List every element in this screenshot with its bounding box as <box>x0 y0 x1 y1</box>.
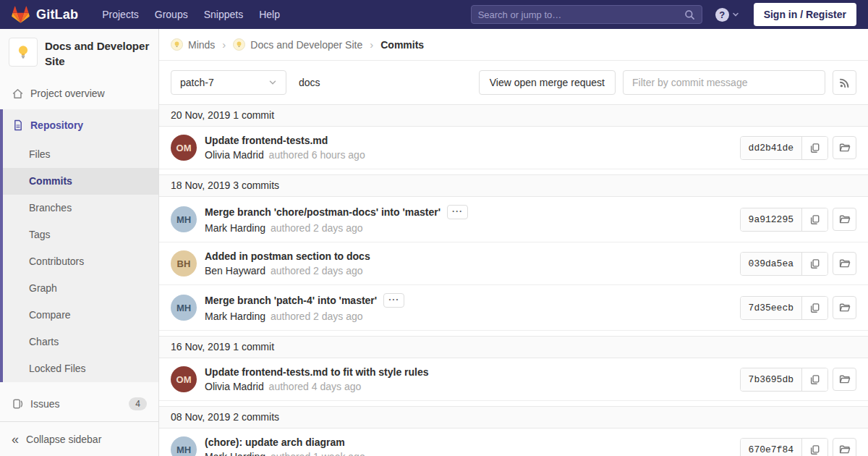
commit-group: 20 Nov, 20191 commit OM Update frontend-… <box>159 104 868 169</box>
browse-files-button[interactable] <box>833 252 856 275</box>
avatar-initials: MH <box>176 214 191 225</box>
sidebar-item-project-overview[interactable]: Project overview <box>0 77 158 109</box>
commit-sha-group: 670e7f84 <box>740 438 828 456</box>
project-title: Docs and Developer Site <box>45 38 150 69</box>
commit-date-header: 16 Nov, 20191 commit <box>159 336 868 358</box>
folder-icon <box>839 444 851 455</box>
browse-files-button[interactable] <box>833 368 856 391</box>
gitlab-home-link[interactable]: GitLab <box>12 6 78 24</box>
commit-actions: dd2b41de <box>740 136 856 160</box>
breadcrumb-avatar <box>171 38 183 51</box>
commit-sha-link[interactable]: 7d35eecb <box>741 297 801 319</box>
brand-name: GitLab <box>36 7 78 22</box>
sidebar-item-graph[interactable]: Graph <box>3 275 158 302</box>
copy-sha-button[interactable] <box>801 368 827 391</box>
collapse-sidebar-button[interactable]: « Collapse sidebar <box>0 421 158 456</box>
sidebar-item-commits[interactable]: Commits <box>3 168 158 195</box>
copy-sha-button[interactable] <box>801 137 827 159</box>
commit-author-link[interactable]: Olivia Madrid <box>205 381 264 392</box>
navbar-item-groups[interactable]: Groups <box>147 0 196 29</box>
author-avatar[interactable]: MH <box>171 206 197 232</box>
copy-sha-button[interactable] <box>801 208 827 231</box>
browse-files-button[interactable] <box>833 296 856 319</box>
avatar-initials: OM <box>176 143 192 153</box>
copy-sha-button[interactable] <box>801 439 827 456</box>
sidebar-item-tags[interactable]: Tags <box>3 221 158 248</box>
commit-sha-group: dd2b41de <box>740 136 828 160</box>
navbar-menu: ProjectsGroupsSnippetsHelp <box>94 0 288 29</box>
copy-sha-button[interactable] <box>801 297 827 319</box>
help-dropdown[interactable]: ? <box>715 8 739 22</box>
commit-sha-link[interactable]: 9a912295 <box>741 208 801 231</box>
document-icon <box>12 119 24 131</box>
author-avatar[interactable]: MH <box>171 295 197 321</box>
copy-sha-button[interactable] <box>801 253 827 275</box>
sign-in-register-button[interactable]: Sign in / Register <box>754 3 856 26</box>
folder-icon <box>839 258 851 269</box>
author-avatar[interactable]: OM <box>171 366 197 392</box>
copy-icon <box>809 214 820 225</box>
project-avatar <box>9 38 38 67</box>
commit-author-link[interactable]: Mark Harding <box>205 311 265 322</box>
commit-sha-link[interactable]: 039da5ea <box>741 253 801 275</box>
commit-title-link[interactable]: Merge branch 'patch-4' into 'master' <box>205 295 377 306</box>
navbar-item-snippets[interactable]: Snippets <box>196 0 251 29</box>
commit-author-link[interactable]: Olivia Madrid <box>205 149 264 161</box>
commit-author-link[interactable]: Mark Harding <box>205 451 265 456</box>
sidebar-item-issues[interactable]: Issues 4 <box>0 388 158 420</box>
lightbulb-icon <box>15 44 31 60</box>
commit-row: MH (chore): update arch diagram ··· Mark… <box>159 428 868 456</box>
commit-filter-input[interactable] <box>623 70 825 95</box>
commit-author-link[interactable]: Mark Harding <box>205 222 265 234</box>
commit-row: MH Merge branch 'patch-4' into 'master' … <box>159 285 868 331</box>
author-avatar[interactable]: BH <box>171 250 197 276</box>
commit-author-link[interactable]: Ben Hayward <box>205 265 265 276</box>
copy-icon <box>809 258 820 269</box>
commit-title-link[interactable]: Added in postman section to docs <box>205 250 370 262</box>
sidebar-item-charts[interactable]: Charts <box>3 329 158 355</box>
commit-description-toggle[interactable]: ··· <box>447 205 468 219</box>
commit-sha-group: 7d35eecb <box>740 296 828 320</box>
author-avatar[interactable]: OM <box>171 135 197 161</box>
sidebar-item-contributors[interactable]: Contributors <box>3 248 158 275</box>
global-search[interactable] <box>471 5 702 24</box>
commit-meta-text: authored 1 week ago <box>271 451 365 456</box>
navbar-item-help[interactable]: Help <box>251 0 288 29</box>
sidebar-item-branches[interactable]: Branches <box>3 195 158 221</box>
view-open-merge-request-button[interactable]: View open merge request <box>479 70 616 95</box>
sidebar-item-files[interactable]: Files <box>3 141 158 168</box>
commit-group: 08 Nov, 20192 commits MH (chore): update… <box>159 406 868 456</box>
commits-feed-button[interactable] <box>833 70 856 95</box>
commit-row: MH Merge branch 'chore/postman-docs' int… <box>159 197 868 242</box>
breadcrumb-link[interactable]: Minds <box>188 39 215 51</box>
commit-title-link[interactable]: (chore): update arch diagram <box>205 436 345 448</box>
sidebar-item-compare[interactable]: Compare <box>3 302 158 329</box>
search-input[interactable] <box>478 9 684 20</box>
breadcrumb-link[interactable]: Docs and Developer Site <box>250 39 362 51</box>
commit-sha-link[interactable]: 7b3695db <box>741 368 801 391</box>
commit-title-link[interactable]: Update frontend-tests.md to fit with sty… <box>205 366 429 378</box>
browse-files-button[interactable] <box>833 208 856 231</box>
sidebar-item-locked-files[interactable]: Locked Files <box>3 355 158 382</box>
browse-files-button[interactable] <box>833 136 856 159</box>
project-header[interactable]: Docs and Developer Site <box>0 29 158 77</box>
commit-meta-text: authored 6 hours ago <box>269 149 365 161</box>
help-icon: ? <box>715 8 729 22</box>
navbar-item-projects[interactable]: Projects <box>94 0 147 29</box>
commit-title-link[interactable]: Merge branch 'chore/postman-docs' into '… <box>205 206 441 218</box>
commit-title-link[interactable]: Update frontend-tests.md <box>205 135 328 146</box>
commit-actions: 670e7f84 <box>740 438 856 456</box>
commit-sha-link[interactable]: 670e7f84 <box>741 439 801 456</box>
commit-sha-link[interactable]: dd2b41de <box>741 137 801 159</box>
commit-description-toggle[interactable]: ··· <box>383 293 404 308</box>
sidebar-item-repository[interactable]: Repository <box>3 109 158 141</box>
breadcrumb-current: Commits <box>380 39 424 51</box>
sidebar-item-label: Project overview <box>30 88 105 99</box>
sidebar-item-label: Repository <box>30 119 83 131</box>
author-avatar[interactable]: MH <box>171 436 197 456</box>
commit-list: MH (chore): update arch diagram ··· Mark… <box>159 428 868 456</box>
top-navbar: GitLab ProjectsGroupsSnippetsHelp ? Sign… <box>0 0 868 29</box>
copy-icon <box>809 303 820 313</box>
browse-files-button[interactable] <box>833 438 856 456</box>
branch-selector-dropdown[interactable]: patch-7 <box>171 70 286 95</box>
